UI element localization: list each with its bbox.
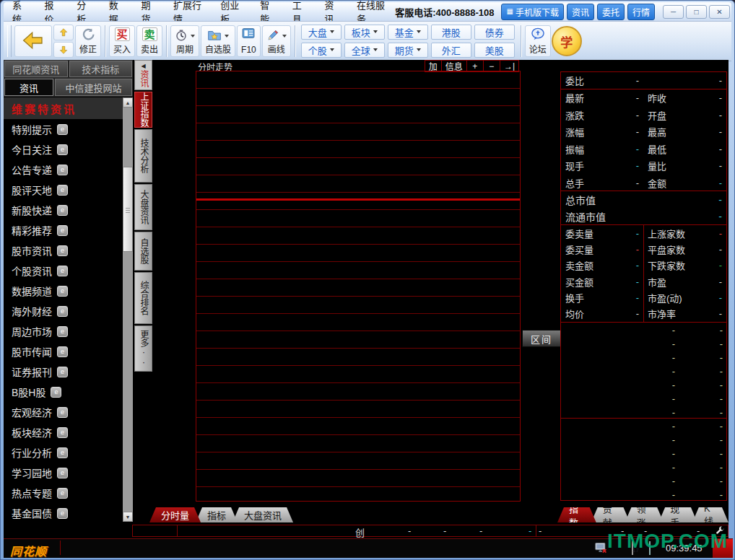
- news-category-item[interactable]: 证券报刊 e: [4, 362, 123, 382]
- connection-status-icon[interactable]: [594, 542, 608, 557]
- scrollbar-thumb[interactable]: [123, 167, 133, 252]
- vertical-tab[interactable]: 更多··: [134, 325, 152, 372]
- vertical-tab[interactable]: 自选股: [134, 232, 152, 271]
- list-row[interactable]: - -: [561, 352, 726, 366]
- list-row[interactable]: - -: [561, 434, 726, 448]
- f10-button[interactable]: F10: [237, 25, 261, 57]
- sidebar-top-tab[interactable]: 技术指标: [69, 61, 133, 77]
- chart-bottom-tab[interactable]: 大盘资讯: [232, 507, 293, 522]
- news-category-item[interactable]: 行业分析 e: [4, 442, 123, 463]
- news-category-label: 精彩推荐: [12, 223, 52, 237]
- quick-button[interactable]: ▦ 手机版下载: [501, 4, 563, 20]
- chart-toolbar-button[interactable]: +: [466, 61, 483, 71]
- period-button[interactable]: 周期: [170, 25, 199, 57]
- vertical-tab[interactable]: 综合排名: [134, 272, 152, 324]
- watchlist-button[interactable]: 自选股: [201, 25, 235, 57]
- market-button[interactable]: 港股: [431, 25, 471, 40]
- news-category-item[interactable]: 股市传闻 e: [4, 341, 123, 362]
- e-badge-icon: e: [57, 447, 68, 458]
- market-button[interactable]: 外汇: [431, 43, 471, 58]
- scroll-up-icon[interactable]: ▲: [123, 97, 133, 108]
- back-button[interactable]: [14, 25, 52, 57]
- close-button[interactable]: ✕: [709, 5, 730, 19]
- list-row[interactable]: - -: [561, 325, 726, 338]
- quick-button[interactable]: 委托: [597, 4, 625, 20]
- list-row[interactable]: - -: [561, 462, 726, 476]
- list-row[interactable]: - -: [561, 448, 726, 462]
- news-category-item[interactable]: 新股快递 e: [4, 200, 123, 220]
- market-button[interactable]: 基金: [388, 25, 428, 40]
- intraday-chart[interactable]: [196, 71, 521, 502]
- refresh-icon: [81, 27, 95, 43]
- down-arrow-button[interactable]: [53, 42, 74, 58]
- list-row[interactable]: - -: [561, 338, 726, 352]
- news-category-item[interactable]: B股H股 e: [4, 382, 123, 402]
- news-category-item[interactable]: 公告专递 e: [4, 159, 123, 180]
- forum-button[interactable]: 论坛: [525, 25, 551, 57]
- news-category-label: 热点专题: [12, 486, 52, 500]
- quote-panel-tab[interactable]: 指数: [557, 507, 596, 522]
- news-category-item[interactable]: 周边市场 e: [4, 321, 123, 341]
- market-button[interactable]: 板块: [344, 25, 385, 40]
- maximize-button[interactable]: □: [686, 5, 707, 19]
- chart-bottom-tab[interactable]: 指标: [196, 507, 238, 522]
- news-category-item[interactable]: 基金国债 e: [4, 503, 123, 523]
- news-category-item[interactable]: 维赛特资讯: [4, 97, 123, 119]
- e-badge-icon: e: [57, 306, 68, 317]
- sidebar-scrollbar[interactable]: ▲ ▼: [123, 97, 133, 522]
- list-row[interactable]: - -: [561, 489, 726, 503]
- news-category-item[interactable]: 学习园地 e: [4, 463, 123, 483]
- list-row[interactable]: - -: [561, 380, 726, 393]
- market-button[interactable]: 个股: [301, 43, 342, 58]
- vertical-tab[interactable]: 大盘资讯: [134, 184, 152, 230]
- news-category-item[interactable]: 数据频道 e: [4, 281, 123, 301]
- list-row[interactable]: - -: [561, 476, 726, 489]
- news-category-item[interactable]: 精彩推荐 e: [4, 220, 123, 240]
- quick-button[interactable]: 行情: [627, 4, 655, 20]
- e-badge-icon: e: [57, 266, 68, 276]
- news-category-item[interactable]: 海外财经 e: [4, 301, 123, 321]
- quick-button[interactable]: 资讯: [567, 4, 594, 20]
- news-category-item[interactable]: 今日关注 e: [4, 139, 123, 159]
- vertical-tab[interactable]: 技术分析: [134, 129, 152, 183]
- news-category-item[interactable]: 个股资讯 e: [4, 261, 123, 281]
- minimize-button[interactable]: ─: [663, 5, 684, 19]
- news-category-item[interactable]: 特别提示 e: [4, 119, 123, 139]
- sidebar-sub-tab[interactable]: 资讯: [4, 79, 53, 96]
- list-row[interactable]: - -: [561, 366, 726, 380]
- chart-toolbar-button[interactable]: →|: [500, 61, 518, 71]
- vertical-tab[interactable]: 上证指数: [134, 92, 152, 128]
- up-arrow-button[interactable]: [53, 25, 74, 40]
- news-category-item[interactable]: 股评天地 e: [4, 180, 123, 200]
- quote-panel-tab[interactable]: 现手: [658, 507, 697, 522]
- study-coin-button[interactable]: 学: [552, 26, 582, 56]
- fix-button[interactable]: 修正: [75, 25, 101, 57]
- sell-button[interactable]: 卖 卖出: [136, 25, 162, 57]
- market-button[interactable]: 债券: [474, 25, 515, 40]
- news-category-label: 数据频道: [12, 284, 52, 298]
- draw-line-button[interactable]: 画线: [262, 25, 291, 57]
- news-category-item[interactable]: 宏观经济 e: [4, 402, 123, 422]
- market-button[interactable]: 美股: [474, 43, 515, 58]
- market-button[interactable]: 全球: [344, 43, 385, 58]
- chart-bottom-tab[interactable]: 分时量: [149, 507, 201, 522]
- market-button[interactable]: 大盘: [301, 25, 342, 40]
- quote-panel-tab[interactable]: K线: [692, 507, 729, 522]
- quote-panel-tab[interactable]: 贡献: [591, 507, 630, 522]
- list-row[interactable]: - -: [561, 393, 726, 407]
- vertical-tab[interactable]: ◀ 资讯: [134, 60, 152, 90]
- list-row[interactable]: - -: [561, 421, 726, 434]
- news-category-item[interactable]: 热点专题 e: [4, 483, 123, 503]
- chart-toolbar-button[interactable]: 加: [425, 61, 441, 71]
- news-category-item[interactable]: 板块经济 e: [4, 422, 123, 442]
- buy-button[interactable]: 买 买入: [109, 25, 135, 57]
- chart-toolbar-button[interactable]: −: [483, 61, 500, 71]
- sidebar-sub-tab[interactable]: 中信建投网站: [55, 79, 132, 96]
- scroll-down-icon[interactable]: ▼: [123, 512, 133, 522]
- sidebar-top-tab[interactable]: 同花顺资讯: [4, 61, 68, 77]
- quote-panel-tab[interactable]: 领涨: [625, 507, 664, 522]
- chart-toolbar-button[interactable]: 信息: [441, 61, 466, 71]
- news-category-item[interactable]: 股市资讯 e: [4, 240, 123, 261]
- market-button[interactable]: 期货: [388, 43, 428, 58]
- range-button[interactable]: 区间: [522, 330, 561, 347]
